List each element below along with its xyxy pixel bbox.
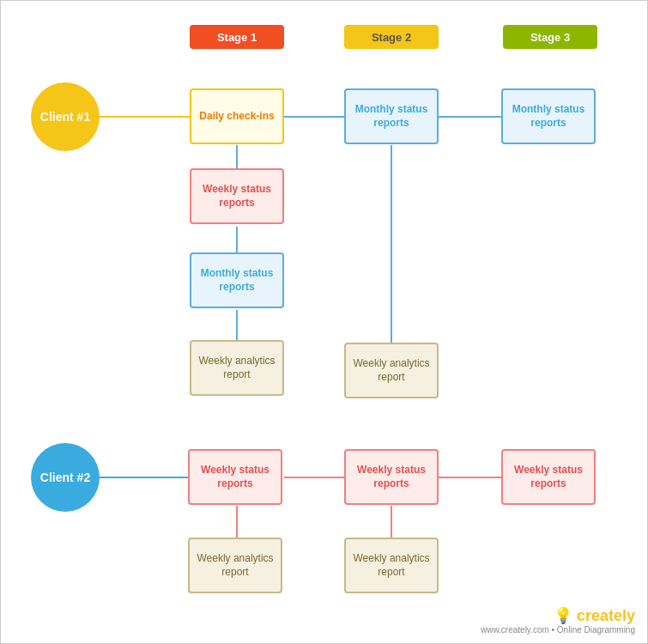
brand-url: www.creately.com • Online Diagramming <box>481 625 635 635</box>
client2-analytics-stage1-box: Weekly analytics report <box>188 538 282 593</box>
client1-weekly-stage1-box: Weekly status reports <box>190 168 284 224</box>
client2-weekly-stage2-box: Weekly status reports <box>344 449 439 505</box>
client2-analytics-stage2-box: Weekly analytics report <box>344 538 439 593</box>
diagram-container: Stage 1 Stage 2 Stage 3 Client #1 Daily … <box>0 0 648 644</box>
client1-analytics-stage2-box: Weekly analytics report <box>344 343 439 398</box>
client1-monthly2-stage1-box: Monthly status reports <box>190 252 284 308</box>
stage2-label: Stage 2 <box>344 25 439 49</box>
stage3-label: Stage 3 <box>503 25 597 49</box>
client2-circle: Client #2 <box>31 443 100 512</box>
brand-logo: 💡 creately <box>481 606 635 625</box>
client1-analytics-stage1-box: Weekly analytics report <box>190 340 284 396</box>
brand-bulb-icon: 💡 <box>554 607 572 624</box>
client2-weekly-stage3-box: Weekly status reports <box>501 449 596 505</box>
watermark: 💡 creately www.creately.com • Online Dia… <box>481 606 635 635</box>
stage1-label: Stage 1 <box>190 25 284 49</box>
client1-monthly-stage2-box: Monthly status reports <box>344 88 439 144</box>
client1-circle: Client #1 <box>31 82 100 151</box>
client2-weekly-stage1-box: Weekly status reports <box>188 449 282 505</box>
client1-monthly-stage3-box: Monthly status reports <box>501 88 596 144</box>
daily-checkins-box: Daily check-ins <box>190 88 284 144</box>
